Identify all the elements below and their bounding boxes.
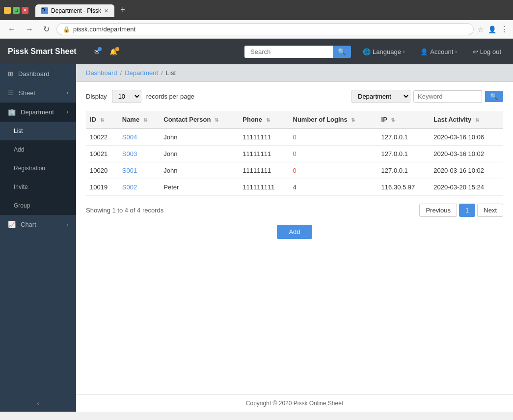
filter-search-button[interactable]: 🔍 xyxy=(485,91,503,102)
table-cell-r0-c6: 2020-03-16 10:06 xyxy=(430,129,503,146)
header-icons: ✉ 🔔 xyxy=(94,48,117,55)
filter-keyword-input[interactable] xyxy=(413,90,482,103)
submenu-label-invite: Invite xyxy=(14,184,28,190)
display-label: Display xyxy=(86,93,107,100)
table-cell-r2-c3: 11111111 xyxy=(239,162,289,179)
table-cell-r3-c0: 10019 xyxy=(86,179,118,196)
sidebar-item-label-chart: Chart xyxy=(21,221,36,228)
table-cell-r0-c1[interactable]: S004 xyxy=(118,129,160,146)
profile-icon[interactable]: 👤 xyxy=(488,26,496,33)
table-cell-r0-c3: 11111111 xyxy=(239,129,289,146)
submenu-item-add[interactable]: Add xyxy=(0,140,76,159)
col-phone-sort: ⇅ xyxy=(266,117,270,123)
language-icon: 🌐 xyxy=(363,48,371,55)
bell-icon-group[interactable]: 🔔 xyxy=(109,48,117,55)
sidebar-item-dashboard[interactable]: ⊞ Dashboard xyxy=(0,64,76,83)
search-group: 🔍 xyxy=(244,46,351,58)
department-submenu: List Add Registration Invite Group xyxy=(0,122,76,215)
table-cell-r1-c2: John xyxy=(160,146,239,162)
mail-icon-group[interactable]: ✉ xyxy=(94,48,100,55)
browser-tab[interactable]: P Department - Pissk ✕ xyxy=(35,4,114,17)
col-id-label: ID xyxy=(90,116,96,123)
chart-chevron: › xyxy=(67,222,68,227)
table-cell-r2-c6: 2020-03-16 10:02 xyxy=(430,162,503,179)
col-name[interactable]: Name ⇅ xyxy=(118,111,160,129)
language-chevron: › xyxy=(403,49,405,54)
breadcrumb-current: List xyxy=(166,69,176,77)
logout-icon: ↩ xyxy=(473,48,478,55)
table-cell-r3-c3: 111111111 xyxy=(239,179,289,196)
forward-button[interactable]: → xyxy=(23,24,36,35)
submenu-item-invite[interactable]: Invite xyxy=(0,178,76,196)
url-display: pissk.com/department xyxy=(73,26,467,33)
app-brand: Pissk Smart Sheet xyxy=(8,47,77,56)
table-cell-r1-c3: 11111111 xyxy=(239,146,289,162)
new-tab-button[interactable]: + xyxy=(116,3,130,17)
submenu-item-registration[interactable]: Registration xyxy=(0,159,76,178)
breadcrumb-dashboard[interactable]: Dashboard xyxy=(86,69,117,77)
col-ip-sort: ⇅ xyxy=(391,117,395,123)
next-button[interactable]: Next xyxy=(477,204,503,217)
sidebar-item-sheet[interactable]: ☰ Sheet › xyxy=(0,83,76,103)
table-cell-r1-c1[interactable]: S003 xyxy=(118,146,160,162)
reload-button[interactable]: ↻ xyxy=(40,24,53,35)
col-ip[interactable]: IP ⇅ xyxy=(378,111,430,129)
submenu-item-list[interactable]: List xyxy=(0,122,76,140)
col-activity-sort: ⇅ xyxy=(475,117,479,123)
pagination: Previous 1 Next xyxy=(419,204,503,217)
close-button[interactable]: ✕ xyxy=(22,7,28,14)
account-menu[interactable]: 👤 Account › xyxy=(416,48,460,55)
page-1-button[interactable]: 1 xyxy=(459,204,475,217)
sheet-chevron: › xyxy=(67,90,68,96)
table-cell-r2-c0: 10020 xyxy=(86,162,118,179)
submenu-label-group: Group xyxy=(14,202,30,209)
sidebar-item-label-sheet: Sheet xyxy=(19,89,35,97)
sidebar-item-department[interactable]: 🏢 Department › xyxy=(0,103,76,122)
breadcrumb-department[interactable]: Department xyxy=(125,69,158,77)
table-cell-r1-c5: 127.0.0.1 xyxy=(378,146,430,162)
table-cell-r3-c5: 116.30.5.97 xyxy=(378,179,430,196)
sidebar: ⊞ Dashboard ☰ Sheet › 🏢 Department › Lis… xyxy=(0,64,76,412)
submenu-item-group[interactable]: Group xyxy=(0,196,76,215)
showing-text: Showing 1 to 4 of 4 records xyxy=(86,207,163,214)
data-table: ID ⇅ Name ⇅ Contact Person ⇅ xyxy=(86,111,503,196)
filter-type-select[interactable]: Department Name ID IP xyxy=(351,90,410,103)
table-cell-r3-c1[interactable]: S002 xyxy=(118,179,160,196)
per-page-select[interactable]: 10 25 50 100 xyxy=(112,90,141,103)
table-cell-r0-c4: 0 xyxy=(289,129,378,146)
table-cell-r0-c0: 10022 xyxy=(86,129,118,146)
col-id[interactable]: ID ⇅ xyxy=(86,111,118,129)
tab-favicon: P xyxy=(41,7,48,14)
search-input[interactable] xyxy=(244,46,333,58)
records-per-page-label: records per page xyxy=(146,93,194,100)
table-cell-r2-c1[interactable]: S001 xyxy=(118,162,160,179)
app-footer: Copyright © 2020 Pissk Online Sheet xyxy=(76,394,513,412)
address-bar[interactable]: 🔒 pissk.com/department xyxy=(56,23,474,35)
add-button[interactable]: Add xyxy=(277,225,312,239)
table-row: 10021S003John111111110127.0.0.12020-03-1… xyxy=(86,146,503,162)
col-logins-label: Number of Logins xyxy=(293,116,348,123)
previous-button[interactable]: Previous xyxy=(419,204,457,217)
tab-close-button[interactable]: ✕ xyxy=(104,8,108,14)
bookmark-icon[interactable]: ☆ xyxy=(478,26,484,33)
table-cell-r1-c4: 0 xyxy=(289,146,378,162)
col-phone[interactable]: Phone ⇅ xyxy=(239,111,289,129)
table-cell-r1-c6: 2020-03-16 10:02 xyxy=(430,146,503,162)
language-menu[interactable]: 🌐 Language › xyxy=(359,48,408,55)
more-icon[interactable]: ⋮ xyxy=(500,25,508,34)
col-logins[interactable]: Number of Logins ⇅ xyxy=(289,111,378,129)
search-button[interactable]: 🔍 xyxy=(333,46,351,58)
app-header: Pissk Smart Sheet ✉ 🔔 🔍 🌐 Language › 👤 A… xyxy=(0,39,513,64)
col-activity[interactable]: Last Activity ⇅ xyxy=(430,111,503,129)
minimize-button[interactable]: − xyxy=(4,7,11,14)
controls-bar: Display 10 25 50 100 records per page De… xyxy=(86,90,503,103)
sidebar-collapse-button[interactable]: ‹ xyxy=(37,399,39,407)
sidebar-item-chart[interactable]: 📈 Chart › xyxy=(0,215,76,234)
logout-button[interactable]: ↩ Log out xyxy=(469,48,505,55)
maximize-button[interactable]: □ xyxy=(13,7,20,14)
back-button[interactable]: ← xyxy=(5,24,19,35)
table-cell-r2-c5: 127.0.0.1 xyxy=(378,162,430,179)
col-id-sort: ⇅ xyxy=(100,117,104,123)
col-contact[interactable]: Contact Person ⇅ xyxy=(160,111,239,129)
submenu-label-add: Add xyxy=(14,146,24,153)
